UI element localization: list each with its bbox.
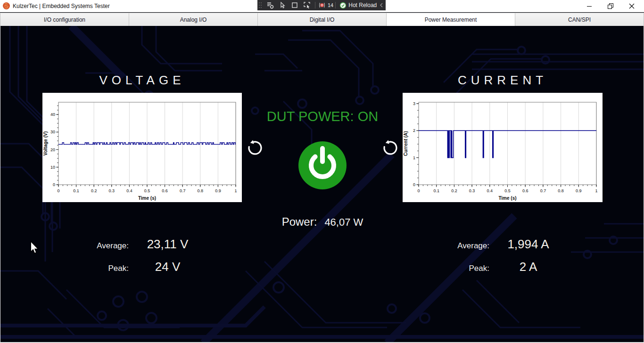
voltage-average-value: 23,11 V: [133, 237, 202, 252]
svg-text:1: 1: [413, 155, 415, 160]
svg-text:0: 0: [413, 182, 415, 187]
svg-text:40: 40: [50, 112, 55, 117]
current-average-label: Average:: [437, 241, 489, 251]
current-section-title: CURRENT: [403, 73, 603, 88]
svg-text:Voltage (V): Voltage (V): [43, 131, 48, 155]
chevron-left-icon: [379, 2, 384, 8]
svg-text:0.7: 0.7: [180, 188, 186, 193]
svg-text:30: 30: [50, 130, 55, 134]
tab-label: Digital I/O: [310, 16, 335, 23]
minimize-button[interactable]: [578, 0, 600, 12]
tab-power-measurement[interactable]: Power Measurement: [387, 13, 515, 26]
layout-adorners-icon: [291, 1, 298, 9]
power-measurement-page: VOLTAGE CURRENT 00.10.20.30.40.50.60.70.…: [0, 26, 644, 343]
toolbar-separator: [335, 2, 336, 8]
svg-text:0: 0: [417, 188, 420, 193]
hot-reload-label: Hot Reload: [348, 2, 377, 8]
current-chart: 00.10.20.30.40.50.60.70.80.910123Time (s…: [403, 93, 603, 202]
dut-power-toggle-button[interactable]: [298, 141, 347, 190]
restore-icon: [608, 4, 613, 9]
svg-text:0.9: 0.9: [576, 188, 582, 193]
voltage-section-title: VOLTAGE: [42, 73, 242, 88]
voltage-stats: Average: 23,11 V Peak: 24 V: [76, 237, 202, 274]
dut-power-status: DUT POWER: ON: [228, 109, 417, 124]
svg-text:0.2: 0.2: [451, 188, 457, 193]
tab-digital-io[interactable]: Digital I/O: [258, 13, 387, 26]
binding-failures-button[interactable]: [317, 0, 327, 10]
current-peak-label: Peak:: [437, 264, 489, 273]
tab-bar: I/O configuration Analog I/O Digital I/O…: [0, 13, 644, 26]
power-label: Power:: [282, 215, 317, 229]
current-stats: Average: 1,994 A Peak: 2 A: [437, 237, 562, 274]
power-value: 46,07 W: [324, 216, 363, 229]
track-focused-element-button[interactable]: [301, 0, 313, 10]
voltage-reset-button[interactable]: [246, 138, 264, 157]
debug-toolbar: 14 Hot Reload: [257, 0, 386, 10]
power-readout: Power: 46,07 W: [228, 215, 417, 229]
binding-failures-count: 14: [328, 2, 333, 8]
svg-text:0.9: 0.9: [215, 188, 221, 193]
current-peak-value: 2 A: [494, 260, 562, 274]
svg-text:0.6: 0.6: [162, 188, 168, 193]
tab-label: Analog I/O: [180, 16, 207, 23]
svg-text:1: 1: [595, 188, 597, 193]
svg-text:0.5: 0.5: [144, 188, 150, 193]
window-title: KulzerTec | Embedded Systems Tester: [13, 3, 110, 9]
toolbar-grip-icon[interactable]: [258, 1, 262, 9]
svg-text:0.3: 0.3: [109, 188, 115, 193]
track-focus-icon: [303, 1, 311, 9]
tab-analog-io[interactable]: Analog I/O: [129, 13, 258, 26]
mouse-cursor: [30, 241, 39, 254]
tab-label: CAN/SPI: [568, 16, 591, 23]
restore-button[interactable]: [600, 0, 621, 12]
svg-text:3: 3: [413, 101, 415, 106]
voltage-peak-label: Peak:: [76, 264, 129, 273]
toolbar-collapse-button[interactable]: [379, 2, 384, 8]
current-average-value: 1,994 A: [494, 237, 562, 252]
power-icon: [298, 141, 347, 190]
svg-text:0.1: 0.1: [73, 188, 79, 193]
binding-failures-icon: [318, 1, 326, 9]
enable-selection-button[interactable]: [276, 0, 289, 10]
toolbar-separator: [315, 2, 315, 8]
tab-io-configuration[interactable]: I/O configuration: [0, 13, 129, 26]
svg-text:0.5: 0.5: [504, 188, 511, 193]
svg-text:0.8: 0.8: [198, 188, 204, 193]
svg-text:Time (s): Time (s): [138, 196, 156, 201]
voltage-average-label: Average:: [76, 241, 129, 251]
refresh-ccw-icon: [381, 138, 400, 157]
svg-text:0.3: 0.3: [469, 188, 475, 193]
live-visual-tree-icon: [266, 1, 274, 9]
voltage-average-row: Average: 23,11 V: [76, 237, 202, 252]
svg-text:0.4: 0.4: [126, 188, 132, 193]
voltage-peak-row: Peak: 24 V: [76, 260, 202, 274]
svg-text:0.6: 0.6: [522, 188, 528, 193]
layout-adorners-button[interactable]: [289, 0, 301, 10]
app-logo-icon: [2, 2, 10, 10]
svg-text:10: 10: [50, 165, 55, 170]
hot-reload-button[interactable]: Hot Reload: [339, 2, 377, 9]
svg-text:0.7: 0.7: [540, 188, 546, 193]
svg-text:Current (A): Current (A): [403, 131, 408, 156]
current-peak-row: Peak: 2 A: [437, 260, 562, 274]
hot-reload-check-icon: [339, 2, 347, 9]
svg-text:0.8: 0.8: [558, 188, 564, 193]
refresh-ccw-icon: [246, 138, 264, 157]
svg-text:0.4: 0.4: [487, 188, 493, 193]
current-reset-button[interactable]: [381, 138, 400, 157]
svg-text:0.1: 0.1: [433, 188, 439, 193]
svg-text:1: 1: [234, 188, 237, 193]
tab-can-spi[interactable]: CAN/SPI: [515, 13, 644, 26]
close-button[interactable]: [621, 0, 642, 12]
voltage-peak-value: 24 V: [133, 260, 202, 274]
current-average-row: Average: 1,994 A: [437, 237, 562, 252]
svg-text:20: 20: [50, 147, 55, 152]
minimize-icon: [587, 6, 592, 7]
title-bar: KulzerTec | Embedded Systems Tester: [0, 0, 644, 12]
svg-text:0: 0: [53, 182, 55, 187]
svg-text:2: 2: [413, 128, 415, 133]
svg-text:0.2: 0.2: [91, 188, 97, 193]
tab-label: I/O configuration: [44, 16, 85, 23]
live-visual-tree-button[interactable]: [264, 0, 276, 10]
close-icon: [629, 3, 635, 9]
